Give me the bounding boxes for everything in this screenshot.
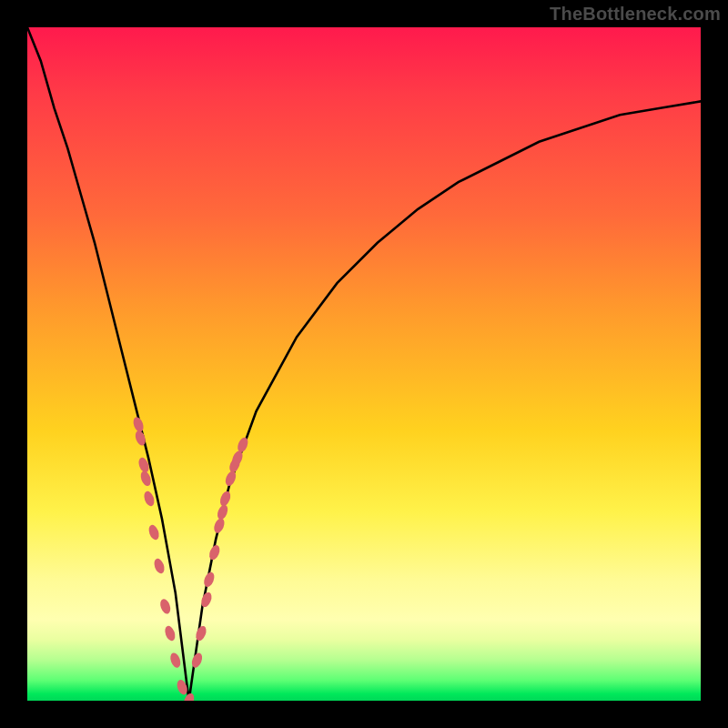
data-marker <box>190 652 205 670</box>
data-marker <box>218 490 233 508</box>
data-marker <box>224 470 238 488</box>
bottleneck-curve <box>27 27 701 701</box>
data-marker <box>147 523 161 541</box>
data-marker <box>236 436 250 454</box>
watermark-label: TheBottleneck.com <box>550 4 721 25</box>
data-marker <box>163 624 177 642</box>
chart-svg <box>27 27 701 701</box>
data-marker <box>216 503 230 521</box>
data-marker <box>152 557 166 574</box>
data-marker <box>212 517 227 535</box>
data-marker <box>202 571 217 589</box>
plot-area <box>27 27 701 701</box>
data-marker <box>207 543 222 561</box>
data-marker <box>158 598 172 615</box>
data-marker <box>142 490 156 507</box>
data-marker <box>168 652 182 669</box>
chart-frame: TheBottleneck.com <box>0 0 728 728</box>
data-marker <box>194 624 208 642</box>
